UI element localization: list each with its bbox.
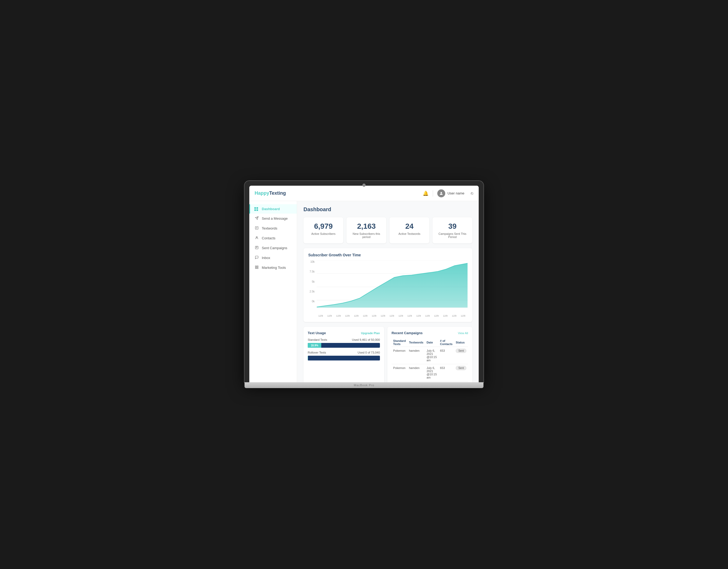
header: HappyTexting 🔔 User name ⎋ [249,186,479,201]
main-content: Dashboard 6,979 Active Subscribers 2,163… [297,201,479,382]
text-usage-title: Text Usage [308,331,326,335]
campaign-date-1: July 6, 2021 @10:15 am [425,364,439,382]
campaign-standard-1: Pokemon [392,364,408,382]
header-divider [433,190,433,196]
col-contacts: # of Contacts [438,338,454,347]
username-label: User name [447,191,464,195]
chart-x-labels: 12/8 12/8 12/8 12/8 12/8 12/8 12/8 12/8 … [308,315,468,317]
stat-number-new-subscribers: 2,163 [351,222,382,230]
campaigns-icon [254,246,259,250]
y-label-10k: 10k [308,260,315,263]
logo: HappyTexting [255,190,286,196]
svg-rect-6 [257,267,258,268]
upgrade-plan-link[interactable]: Upgrade Plan [361,332,380,335]
sidebar-item-marketing-tools[interactable]: Marketing Tools [249,263,297,272]
sidebar: Dashboard Send a Message T [249,201,297,382]
sidebar-item-textwords[interactable]: Textwords [249,223,297,233]
campaign-date-0: July 6, 2021 @10:15 am [425,347,439,364]
chart-area: 10k 7.5k 5k 2.5k 0k [308,260,468,314]
header-right: 🔔 User name ⎋ [423,189,473,197]
text-usage-card: Text Usage Upgrade Plan Standard Texts U… [303,327,384,382]
app-body: Dashboard Send a Message T [249,201,479,382]
chart-svg [317,260,468,314]
sidebar-item-label-send: Send a Message [262,216,288,220]
marketing-icon [254,265,259,270]
recent-campaigns-card: Recent Campaigns View All Standard Texts… [387,327,472,382]
campaign-textwords-1: hamden [407,364,425,382]
sidebar-item-inbox[interactable]: Inbox [249,253,297,263]
y-label-75k: 7.5k [308,270,315,273]
sidebar-item-contacts[interactable]: Contacts [249,233,297,243]
chart-card: Subscriber Growth Over Time 10k 7.5k 5k … [303,248,472,322]
standard-texts-usage: Standard Texts Used 9,461 of 50,000 18.9… [308,338,380,348]
y-label-5k: 5k [308,280,315,283]
rollover-usage-header: Rollover Texts Used 0 of 73,040 [308,351,380,354]
sidebar-item-label-campaigns: Sent Campaigns [262,246,287,250]
avatar [437,189,445,197]
sidebar-item-dashboard[interactable]: Dashboard [249,204,297,213]
campaigns-table: Standard Texts Textwords Date # of Conta… [392,338,468,382]
table-row: Pokemon hamden July 6, 2021 @10:15 am 65… [392,364,468,382]
svg-point-0 [441,192,442,193]
campaign-contacts-0: 653 [438,347,454,364]
stat-new-subscribers: 2,163 New Subscribers this period [346,217,386,243]
rollover-texts-usage: Rollover Texts Used 0 of 73,040 [308,351,380,361]
sidebar-item-label-dashboard: Dashboard [262,207,280,211]
bell-icon[interactable]: 🔔 [423,190,429,196]
logo-texting: Texting [269,190,286,196]
campaign-standard-0: Pokemon [392,347,408,364]
logo-happy: Happy [255,190,269,196]
stat-active-textwords: 24 Active Textwords [389,217,429,243]
stat-number-active-textwords: 24 [394,222,425,230]
svg-rect-4 [255,266,256,267]
sidebar-item-sent-campaigns[interactable]: Sent Campaigns [249,243,297,253]
laptop-camera [362,183,366,187]
y-label-25k: 2.5k [308,290,315,293]
laptop-wrapper: HappyTexting 🔔 User name ⎋ [245,181,483,388]
chart-title: Subscriber Growth Over Time [308,253,468,257]
stat-active-subscribers: 6,979 Active Subscribers [303,217,343,243]
sidebar-item-label-marketing: Marketing Tools [262,265,286,269]
campaign-status-0: Sent [454,347,468,364]
textwords-icon [254,226,259,230]
stat-number-campaigns-sent: 39 [437,222,468,230]
laptop-brand-text: MacBook Pro [354,384,374,387]
stat-number-active-subscribers: 6,979 [308,222,339,230]
standard-percentage: 18.9% [311,344,318,347]
stats-row: 6,979 Active Subscribers 2,163 New Subsc… [303,217,472,243]
view-all-link[interactable]: View All [458,332,468,335]
stat-campaigns-sent: 39 Campaigns Sent This Period [432,217,472,243]
col-status: Status [454,338,468,347]
standard-progress-fill: 18.9% [308,343,321,348]
status-badge-0: Sent [456,349,466,353]
svg-rect-5 [257,266,258,267]
standard-usage-header: Standard Texts Used 9,461 of 50,000 [308,338,380,341]
contacts-icon [254,236,259,240]
bottom-row: Text Usage Upgrade Plan Standard Texts U… [303,327,472,382]
inbox-icon [254,255,259,260]
dashboard-icon [254,207,259,211]
status-badge-1: Sent [456,366,466,370]
laptop-screen: HappyTexting 🔔 User name ⎋ [245,181,483,382]
rollover-progress-fill [308,356,308,361]
sidebar-item-label-textwords: Textwords [262,226,277,230]
stat-label-active-textwords: Active Textwords [394,232,425,235]
stat-label-campaigns-sent: Campaigns Sent This Period [437,232,468,238]
rollover-progress-bar [308,356,380,361]
col-standard-texts: Standard Texts [392,338,408,347]
sidebar-item-send-message[interactable]: Send a Message [249,213,297,223]
standard-label: Standard Texts [308,338,327,341]
logout-icon[interactable]: ⎋ [471,191,473,196]
campaign-textwords-0: hamden [407,347,425,364]
sidebar-item-label-contacts: Contacts [262,236,275,240]
stat-label-new-subscribers: New Subscribers this period [351,232,382,238]
campaign-status-1: Sent [454,364,468,382]
y-label-0k: 0k [308,300,315,303]
col-textwords: Textwords [407,338,425,347]
rollover-used-label: Used 0 of 73,040 [358,351,380,354]
standard-used-label: Used 9,461 of 50,000 [352,338,380,341]
svg-rect-7 [255,267,256,268]
send-icon [254,216,259,221]
campaigns-table-header-row: Standard Texts Textwords Date # of Conta… [392,338,468,347]
svg-point-2 [256,236,258,238]
